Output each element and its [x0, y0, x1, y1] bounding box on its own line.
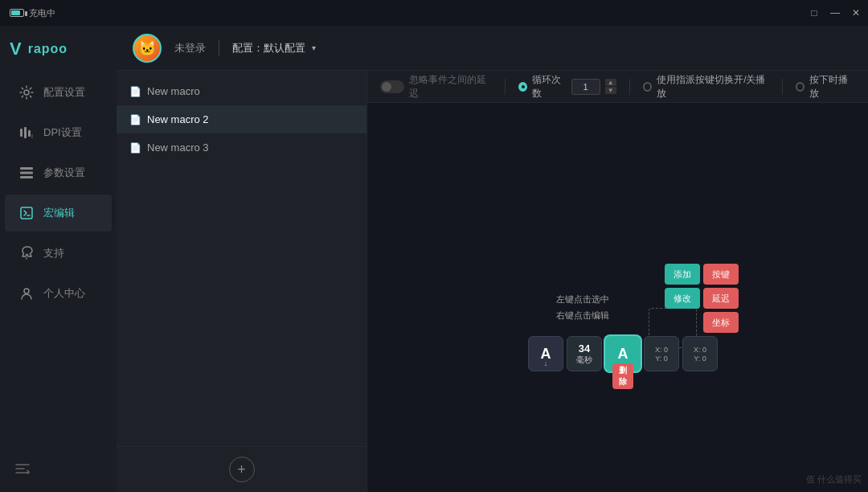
- loop-count-spinner: ▲ ▼: [605, 79, 616, 94]
- content: 📄 New macro 📄 New macro 2 📄 New macro 3 …: [117, 71, 868, 492]
- nav-bottom: [0, 449, 117, 492]
- maximize-button[interactable]: □: [809, 7, 820, 18]
- svg-rect-5: [20, 167, 33, 170]
- sidebar-item-profile[interactable]: 个人中心: [5, 275, 112, 312]
- macro-list: 📄 New macro 📄 New macro 2 📄 New macro 3: [117, 71, 366, 446]
- macro-item-3[interactable]: 📄 New macro 3: [117, 133, 366, 162]
- svg-rect-2: [24, 127, 27, 138]
- popup-add-button[interactable]: 添加: [665, 264, 700, 285]
- app-wrapper: V rapoo 配置设置 I DPI设置: [0, 26, 868, 492]
- file-icon-3: 📄: [129, 142, 141, 154]
- dpi-icon: I: [18, 124, 35, 141]
- sidebar-item-label-support: 支持: [43, 246, 64, 260]
- sidebar-item-label-config: 配置设置: [43, 85, 85, 100]
- config-selector[interactable]: 配置：默认配置 ▾: [232, 41, 316, 55]
- spinner-down-button[interactable]: ▼: [605, 87, 616, 94]
- macro-list-footer: +: [117, 446, 366, 492]
- svg-point-10: [24, 289, 29, 293]
- timeline-mouse-1[interactable]: X: 0 Y: 0: [644, 336, 679, 371]
- sidebar-item-macro[interactable]: 宏编辑: [5, 195, 112, 232]
- macro-toolbar: 忽略事件之间的延迟 循环次数 ▲ ▼ 使用指派按键切换开/关播放: [367, 71, 868, 103]
- battery-icon: [10, 9, 24, 17]
- loop-count-radio[interactable]: [518, 82, 527, 92]
- svg-rect-3: [28, 130, 31, 137]
- sidebar-item-param[interactable]: 参数设置: [5, 154, 112, 191]
- svg-rect-7: [20, 176, 33, 178]
- mouse-y-1: Y: 0: [655, 355, 668, 363]
- svg-rect-1: [20, 129, 23, 137]
- sidebar: V rapoo 配置设置 I DPI设置: [0, 26, 117, 492]
- minimize-button[interactable]: —: [829, 7, 841, 18]
- mouse-y-2: Y: 0: [694, 355, 706, 363]
- delay-num: 34: [579, 342, 590, 355]
- sidebar-item-label-param: 参数设置: [43, 166, 85, 180]
- add-macro-button[interactable]: +: [229, 457, 255, 482]
- timeline-key-1[interactable]: A ↓: [528, 336, 563, 371]
- macro-item-label-1: New macro: [147, 85, 200, 97]
- login-text[interactable]: 未登录: [174, 41, 206, 55]
- popup-cursor-button[interactable]: 坐标: [703, 312, 739, 333]
- macro-list-panel: 📄 New macro 📄 New macro 2 📄 New macro 3 …: [117, 71, 367, 492]
- chevron-down-icon: ▾: [312, 43, 316, 52]
- charging-text: 充电中: [29, 7, 55, 19]
- popup-modify-button[interactable]: 修改: [665, 288, 700, 309]
- macro-item-label-2: New macro 2: [147, 113, 209, 125]
- macro-icon: [18, 204, 35, 222]
- file-icon-2: 📄: [129, 114, 141, 125]
- sidebar-item-config[interactable]: 配置设置: [5, 74, 112, 111]
- header-divider: [219, 40, 219, 56]
- profile-icon: [18, 285, 35, 302]
- sidebar-item-label-dpi: DPI设置: [43, 125, 82, 140]
- svg-text:I: I: [31, 133, 33, 139]
- key-toggle-radio[interactable]: [643, 82, 653, 92]
- collapse-button[interactable]: [0, 455, 117, 482]
- file-icon-1: 📄: [129, 86, 141, 97]
- timeline-key-2[interactable]: A 删除: [605, 336, 641, 371]
- toggle-knob: [382, 82, 391, 92]
- macro-item-2[interactable]: 📄 New macro 2: [117, 105, 366, 133]
- svg-rect-6: [20, 172, 33, 174]
- key-toggle-group: 使用指派按键切换开/关播放: [643, 73, 769, 100]
- popup-delay-button[interactable]: 延迟: [703, 288, 739, 309]
- watermark-text: 值 什么值得买: [806, 474, 862, 486]
- loop-count-input[interactable]: [571, 79, 600, 95]
- sidebar-item-label-profile: 个人中心: [43, 286, 85, 301]
- titlebar-controls: □ — ✕: [809, 7, 862, 18]
- watermark: 值 什么值得买: [806, 474, 862, 486]
- param-icon: [18, 164, 35, 182]
- timeline-mouse-2[interactable]: X: 0 Y: 0: [682, 336, 718, 371]
- timeline-row: A ↓ 34 毫秒 A 删除 X: 0: [528, 336, 718, 371]
- hold-play-group: 按下时播放: [796, 73, 855, 100]
- logo-v-icon: V: [10, 39, 22, 59]
- delete-button[interactable]: 删除: [612, 363, 633, 389]
- macro-editor-panel: 忽略事件之间的延迟 循环次数 ▲ ▼ 使用指派按键切换开/关播放: [367, 71, 868, 492]
- macro-item-1[interactable]: 📄 New macro: [117, 77, 366, 105]
- spinner-up-button[interactable]: ▲: [605, 79, 616, 86]
- ignore-delay-toggle[interactable]: [380, 80, 404, 93]
- logo-area: V rapoo: [0, 32, 117, 72]
- toolbar-divider-1: [505, 79, 506, 95]
- loop-count-group: 循环次数 ▲ ▼: [518, 73, 616, 100]
- hold-play-radio[interactable]: [796, 82, 805, 92]
- popup-grid: 添加 按键 修改 延迟 坐标: [665, 264, 739, 333]
- logo-text: rapoo: [28, 42, 68, 56]
- titlebar-left: 充电中: [10, 7, 55, 19]
- hint-right-text: 右键点击编辑: [556, 308, 609, 324]
- sidebar-item-dpi[interactable]: I DPI设置: [5, 114, 112, 151]
- hint-left-text: 左键点击选中: [556, 292, 609, 308]
- support-icon: [18, 244, 35, 262]
- timeline-delay-1[interactable]: 34 毫秒: [567, 336, 602, 371]
- sidebar-item-label-macro: 宏编辑: [43, 206, 75, 220]
- popup-key-button[interactable]: 按键: [703, 264, 739, 285]
- context-info: 左键点击选中 右键点击编辑: [556, 292, 609, 324]
- sidebar-item-support[interactable]: 支持: [5, 235, 112, 272]
- key-toggle-label: 使用指派按键切换开/关播放: [657, 73, 769, 100]
- close-button[interactable]: ✕: [850, 7, 862, 18]
- avatar-face: 🐱: [138, 39, 156, 57]
- ignore-delay-label: 忽略事件之间的延迟: [409, 73, 492, 100]
- hold-play-label: 按下时播放: [809, 73, 855, 100]
- editor-canvas: 左键点击选中 右键点击编辑 添加 按键 修改 延迟 坐标 A ↓: [367, 103, 868, 492]
- avatar: 🐱: [133, 34, 162, 63]
- config-icon: [18, 84, 35, 101]
- toolbar-divider-3: [782, 79, 783, 95]
